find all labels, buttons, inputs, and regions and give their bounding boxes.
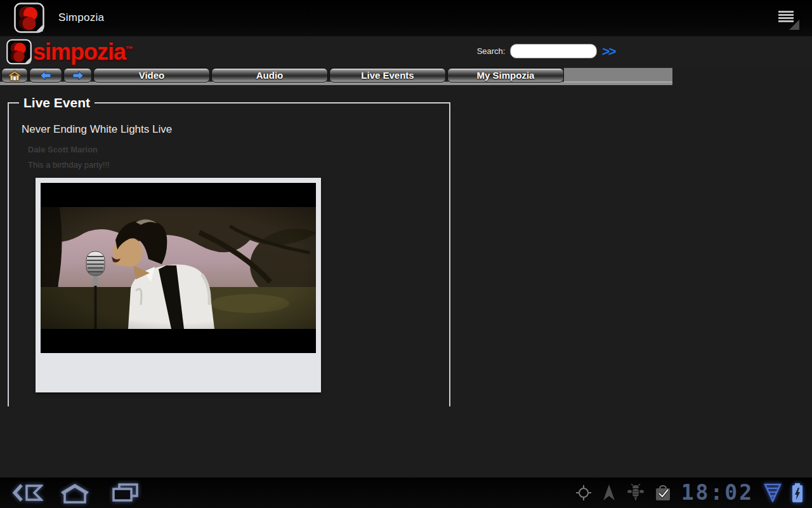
tab-my-simpozia[interactable]: My Simpozia [447,68,564,83]
brand-wordmark: simpozia™ [33,39,133,65]
search-go-icon[interactable]: >> [601,44,616,58]
video-thumbnail-card[interactable] [36,178,321,392]
back-button[interactable] [29,68,62,83]
brand-trademark: ™ [126,44,133,53]
task-check-icon [655,485,671,501]
event-title: Never Ending White Lights Live [22,123,449,136]
battery-icon [792,483,803,503]
home-button[interactable] [1,68,28,83]
back-arrow-icon [40,70,51,81]
search-label: Search: [477,46,506,56]
brand-logo-icon [6,37,32,66]
status-clock: 18:02 [681,478,754,508]
tab-bar: Video Audio Live Events My Simpozia [0,68,672,85]
signal-icon [764,483,782,502]
event-author: Dale Scott Marion [28,145,449,154]
tab-video[interactable]: Video [93,68,210,83]
nav-home-icon[interactable] [60,483,90,504]
video-still-singer [41,207,316,329]
app-logo-icon [14,3,44,33]
compass-arrow-icon [601,484,617,502]
tab-audio-label: Audio [256,70,284,81]
tab-live-events-label: Live Events [361,70,414,81]
tab-audio[interactable]: Audio [211,68,328,83]
home-icon [8,70,22,81]
section-title: Live Event [19,95,95,110]
nav-back-icon[interactable] [13,483,43,503]
video-frame [41,183,316,353]
tab-my-simpozia-label: My Simpozia [477,70,535,81]
forward-button[interactable] [63,68,92,83]
header: simpozia™ Search: >> [0,36,812,68]
menu-corner-icon[interactable] [789,20,799,30]
nav-recents-icon[interactable] [110,483,141,503]
location-icon [576,485,591,500]
action-bar: Simpozia [0,0,812,36]
live-event-panel: Live Event Never Ending White Lights Liv… [8,95,450,406]
status-cluster: 18:02 [576,478,803,508]
tab-live-events[interactable]: Live Events [329,68,446,83]
adb-bug-icon [627,484,645,502]
tab-video-label: Video [139,70,165,81]
search-input[interactable] [510,44,597,58]
tab-filler [564,68,672,83]
search-area: Search: >> [477,44,615,58]
forward-arrow-icon [72,70,84,81]
system-bar: 18:02 [0,478,812,508]
app-title: Simpozia [58,11,104,24]
screen: Simpozia simpozia™ Search: >> [0,0,812,508]
event-description: This a birthday party!!! [28,160,449,170]
brand-name: simpozia [33,39,126,65]
